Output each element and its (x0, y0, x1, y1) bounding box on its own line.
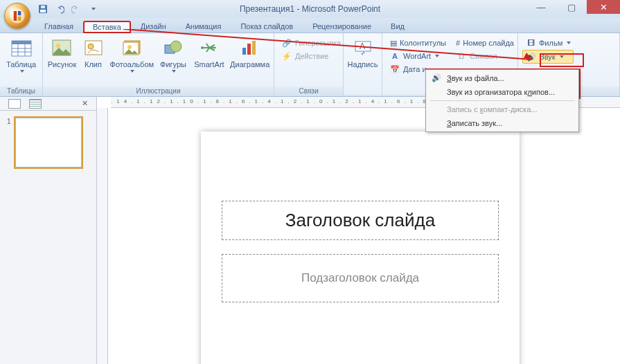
ruler-vertical (97, 108, 108, 364)
svg-rect-3 (41, 6, 45, 8)
tab-home[interactable]: Главная (35, 20, 83, 33)
smartart-button[interactable]: SmartArt (191, 35, 228, 69)
textbox-button[interactable]: A Надпись (346, 35, 379, 69)
svg-point-11 (56, 44, 60, 48)
record-sound[interactable]: Записать звук... (427, 116, 577, 130)
wordart-button[interactable]: AWordArt (387, 50, 449, 62)
wordart-icon: A (389, 51, 400, 62)
textbox-icon: A (352, 37, 374, 59)
close-panel-icon[interactable]: ✕ (82, 99, 88, 108)
shapes-button[interactable]: Фигуры (157, 35, 190, 73)
svg-rect-20 (242, 48, 246, 55)
action-icon: ⚡ (281, 51, 292, 62)
speaker-icon: 🔊 (526, 51, 537, 62)
undo-icon[interactable] (53, 2, 67, 16)
qat-more-icon[interactable] (86, 2, 100, 16)
maximize-button[interactable]: ▢ (556, 0, 587, 14)
hash-icon: # (456, 37, 460, 48)
chart-button[interactable]: Диаграмма (229, 35, 271, 69)
svg-rect-21 (247, 44, 251, 55)
link-icon: 🔗 (281, 37, 292, 48)
svg-point-18 (170, 41, 181, 52)
shapes-icon (162, 37, 184, 59)
outline-tab[interactable] (29, 99, 42, 109)
group-links-label: Связи (274, 87, 343, 96)
hyperlink-button: 🔗Гиперссылка (278, 37, 344, 49)
table-label: Таблица (6, 60, 36, 69)
picture-icon (51, 37, 73, 59)
group-tables-label: Таблицы (0, 87, 42, 96)
tab-insert[interactable]: Вставка (83, 21, 131, 33)
svg-rect-5 (12, 41, 31, 44)
photoalbum-button[interactable]: Фотоальбом (108, 35, 155, 73)
headerfooter-icon: ▤ (389, 37, 397, 48)
clip-icon (82, 37, 105, 59)
table-icon (10, 37, 33, 59)
svg-rect-2 (40, 10, 46, 12)
tab-view[interactable]: Вид (381, 20, 414, 33)
group-illustrations-label: Иллюстрации (43, 87, 274, 96)
dropdown-separator (430, 100, 574, 101)
slides-tab[interactable] (8, 99, 21, 109)
action-button: ⚡Действие (278, 50, 344, 62)
smartart-icon (198, 37, 220, 59)
date-icon: 📅 (389, 64, 400, 75)
window-title: Презентация1 - Microsoft PowerPoint (240, 4, 380, 14)
redo-icon[interactable] (69, 2, 83, 16)
thumb-number: 1 (7, 118, 11, 167)
symbol-button: ΩСимвол (453, 50, 517, 62)
chart-icon (239, 37, 261, 59)
minimize-button[interactable]: — (526, 0, 556, 14)
speaker-file-icon: 🔊 (432, 73, 443, 84)
slide-canvas[interactable]: Заголовок слайда Подзаголовок слайда (201, 131, 520, 364)
movie-button[interactable]: 🎞Фильм (522, 37, 574, 49)
dd1-rest: вук из файла... (452, 74, 504, 82)
clip-button[interactable]: Клип (80, 35, 107, 69)
tab-animation[interactable]: Анимация (176, 20, 231, 33)
omega-icon: Ω (456, 51, 467, 62)
svg-point-16 (127, 45, 132, 49)
svg-rect-22 (252, 41, 256, 55)
svg-point-0 (10, 9, 25, 24)
thumb-preview (15, 118, 82, 167)
svg-point-19 (201, 46, 204, 49)
title-placeholder[interactable]: Заголовок слайда (222, 201, 499, 240)
tab-review[interactable]: Рецензирование (303, 20, 381, 33)
album-icon (121, 37, 143, 59)
film-icon: 🎞 (525, 37, 536, 48)
save-icon[interactable] (36, 2, 50, 16)
svg-text:A: A (359, 42, 364, 51)
office-button[interactable] (4, 3, 30, 29)
sound-from-cd[interactable]: Запись с компакт-диска... (427, 102, 577, 116)
sound-from-file[interactable]: 🔊Звук из файла... (427, 71, 577, 85)
edit-area: Заголовок слайда Подзаголовок слайда (97, 97, 620, 364)
sound-dropdown: 🔊Звук из файла... Звук из организатора к… (425, 69, 579, 132)
headerfooter-button[interactable]: ▤Колонтитулы (387, 37, 449, 49)
tab-design[interactable]: Дизайн (131, 20, 176, 33)
tab-slideshow[interactable]: Показ слайдов (231, 20, 303, 33)
subtitle-placeholder[interactable]: Подзаголовок слайда (222, 254, 499, 302)
table-button[interactable]: Таблица (3, 35, 39, 73)
sound-from-organizer[interactable]: Звук из организатора клипов... (427, 85, 577, 99)
sound-button[interactable]: 🔊Звук (522, 50, 574, 64)
slidenumber-button[interactable]: #Номер слайда (453, 37, 517, 49)
slide-thumbnail[interactable]: 1 (7, 118, 89, 167)
svg-point-13 (88, 44, 94, 49)
close-button[interactable]: ✕ (587, 0, 620, 14)
picture-button[interactable]: Рисунок (46, 35, 78, 69)
slide-panel: ✕ 1 (0, 97, 97, 364)
